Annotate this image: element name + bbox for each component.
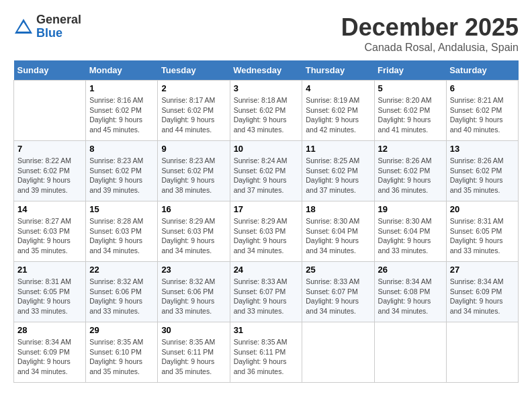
day-info: Sunrise: 8:34 AMSunset: 6:09 PMDaylight:… [450,277,515,316]
logo-blue-text: Blue [36,27,81,40]
calendar-cell: 21Sunrise: 8:31 AMSunset: 6:05 PMDayligh… [14,262,86,322]
logo-general-text: General [36,13,81,27]
day-number: 31 [234,325,299,335]
subtitle: Canada Rosal, Andalusia, Spain [341,42,519,54]
day-number: 26 [378,265,443,275]
day-number: 8 [89,144,154,154]
calendar-cell: 12Sunrise: 8:26 AMSunset: 6:02 PMDayligh… [374,141,446,201]
day-info: Sunrise: 8:31 AMSunset: 6:05 PMDaylight:… [17,277,82,316]
day-number: 24 [234,265,299,275]
day-number: 18 [306,204,370,214]
header: General Blue December 2025 Canada Rosal,… [13,13,519,54]
calendar-cell: 16Sunrise: 8:29 AMSunset: 6:03 PMDayligh… [158,201,230,262]
day-number: 20 [450,204,515,214]
day-info: Sunrise: 8:29 AMSunset: 6:03 PMDaylight:… [161,216,226,256]
day-info: Sunrise: 8:21 AMSunset: 6:02 PMDaylight:… [450,95,515,135]
day-number: 9 [161,144,226,154]
day-info: Sunrise: 8:35 AMSunset: 6:10 PMDaylight:… [89,337,154,377]
calendar-cell: 23Sunrise: 8:32 AMSunset: 6:06 PMDayligh… [158,262,230,322]
day-info: Sunrise: 8:29 AMSunset: 6:03 PMDaylight:… [234,216,299,256]
header-day-tuesday: Tuesday [158,60,230,81]
day-info: Sunrise: 8:23 AMSunset: 6:02 PMDaylight:… [89,156,154,195]
week-row-4: 21Sunrise: 8:31 AMSunset: 6:05 PMDayligh… [14,262,519,322]
day-info: Sunrise: 8:18 AMSunset: 6:02 PMDaylight:… [234,95,299,135]
day-info: Sunrise: 8:22 AMSunset: 6:02 PMDaylight:… [17,156,82,195]
calendar-cell: 14Sunrise: 8:27 AMSunset: 6:03 PMDayligh… [14,201,86,262]
calendar-cell: 11Sunrise: 8:25 AMSunset: 6:02 PMDayligh… [302,141,374,201]
day-info: Sunrise: 8:34 AMSunset: 6:08 PMDaylight:… [378,277,443,316]
calendar-cell: 10Sunrise: 8:24 AMSunset: 6:02 PMDayligh… [230,141,302,201]
day-number: 13 [450,144,515,154]
week-row-5: 28Sunrise: 8:34 AMSunset: 6:09 PMDayligh… [14,322,519,383]
header-row: SundayMondayTuesdayWednesdayThursdayFrid… [14,60,519,81]
day-number: 6 [450,83,515,93]
day-info: Sunrise: 8:33 AMSunset: 6:07 PMDaylight:… [234,277,299,316]
day-number: 28 [17,325,82,335]
title-area: December 2025 Canada Rosal, Andalusia, S… [341,13,519,54]
header-day-monday: Monday [86,60,158,81]
day-info: Sunrise: 8:19 AMSunset: 6:02 PMDaylight:… [306,95,370,135]
calendar-cell: 3Sunrise: 8:18 AMSunset: 6:02 PMDaylight… [230,81,302,141]
calendar-cell: 13Sunrise: 8:26 AMSunset: 6:02 PMDayligh… [446,141,518,201]
header-day-friday: Friday [374,60,446,81]
day-info: Sunrise: 8:23 AMSunset: 6:02 PMDaylight:… [161,156,226,195]
day-info: Sunrise: 8:34 AMSunset: 6:09 PMDaylight:… [17,337,82,377]
day-info: Sunrise: 8:32 AMSunset: 6:06 PMDaylight:… [161,277,226,316]
header-day-thursday: Thursday [302,60,374,81]
day-number: 23 [161,265,226,275]
calendar-cell: 9Sunrise: 8:23 AMSunset: 6:02 PMDaylight… [158,141,230,201]
day-info: Sunrise: 8:35 AMSunset: 6:11 PMDaylight:… [161,337,226,377]
day-number: 11 [306,144,370,154]
day-info: Sunrise: 8:33 AMSunset: 6:07 PMDaylight:… [306,277,370,316]
day-number: 4 [306,83,370,93]
calendar-cell: 28Sunrise: 8:34 AMSunset: 6:09 PMDayligh… [14,322,86,383]
calendar-cell: 26Sunrise: 8:34 AMSunset: 6:08 PMDayligh… [374,262,446,322]
logo: General Blue [13,13,81,40]
day-info: Sunrise: 8:30 AMSunset: 6:04 PMDaylight:… [306,216,370,256]
day-info: Sunrise: 8:20 AMSunset: 6:02 PMDaylight:… [378,95,443,135]
day-number: 10 [234,144,299,154]
calendar-cell [14,81,86,141]
calendar-cell: 2Sunrise: 8:17 AMSunset: 6:02 PMDaylight… [158,81,230,141]
calendar-cell: 1Sunrise: 8:16 AMSunset: 6:02 PMDaylight… [86,81,158,141]
day-info: Sunrise: 8:24 AMSunset: 6:02 PMDaylight:… [234,156,299,195]
day-number: 19 [378,204,443,214]
day-number: 5 [378,83,443,93]
day-info: Sunrise: 8:30 AMSunset: 6:04 PMDaylight:… [378,216,443,256]
day-number: 7 [17,144,82,154]
calendar-cell: 24Sunrise: 8:33 AMSunset: 6:07 PMDayligh… [230,262,302,322]
calendar-table: SundayMondayTuesdayWednesdayThursdayFrid… [13,60,519,383]
day-info: Sunrise: 8:27 AMSunset: 6:03 PMDaylight:… [17,216,82,256]
day-number: 21 [17,265,82,275]
day-info: Sunrise: 8:17 AMSunset: 6:02 PMDaylight:… [161,95,226,135]
calendar-cell: 5Sunrise: 8:20 AMSunset: 6:02 PMDaylight… [374,81,446,141]
calendar-cell: 30Sunrise: 8:35 AMSunset: 6:11 PMDayligh… [158,322,230,383]
day-number: 2 [161,83,226,93]
calendar-cell: 15Sunrise: 8:28 AMSunset: 6:03 PMDayligh… [86,201,158,262]
day-number: 14 [17,204,82,214]
calendar-cell: 6Sunrise: 8:21 AMSunset: 6:02 PMDaylight… [446,81,518,141]
calendar-cell: 8Sunrise: 8:23 AMSunset: 6:02 PMDaylight… [86,141,158,201]
day-number: 29 [89,325,154,335]
calendar-cell: 20Sunrise: 8:31 AMSunset: 6:05 PMDayligh… [446,201,518,262]
day-info: Sunrise: 8:31 AMSunset: 6:05 PMDaylight:… [450,216,515,256]
week-row-2: 7Sunrise: 8:22 AMSunset: 6:02 PMDaylight… [14,141,519,201]
day-number: 30 [161,325,226,335]
header-day-saturday: Saturday [446,60,518,81]
day-number: 22 [89,265,154,275]
calendar-cell: 27Sunrise: 8:34 AMSunset: 6:09 PMDayligh… [446,262,518,322]
calendar-cell: 18Sunrise: 8:30 AMSunset: 6:04 PMDayligh… [302,201,374,262]
day-number: 17 [234,204,299,214]
calendar-cell: 29Sunrise: 8:35 AMSunset: 6:10 PMDayligh… [86,322,158,383]
day-info: Sunrise: 8:25 AMSunset: 6:02 PMDaylight:… [306,156,370,195]
calendar-cell [302,322,374,383]
calendar-cell: 31Sunrise: 8:35 AMSunset: 6:11 PMDayligh… [230,322,302,383]
day-number: 16 [161,204,226,214]
month-title: December 2025 [341,13,519,42]
week-row-1: 1Sunrise: 8:16 AMSunset: 6:02 PMDaylight… [14,81,519,141]
calendar-cell [374,322,446,383]
day-number: 25 [306,265,370,275]
calendar-cell: 17Sunrise: 8:29 AMSunset: 6:03 PMDayligh… [230,201,302,262]
week-row-3: 14Sunrise: 8:27 AMSunset: 6:03 PMDayligh… [14,201,519,262]
day-number: 1 [89,83,154,93]
